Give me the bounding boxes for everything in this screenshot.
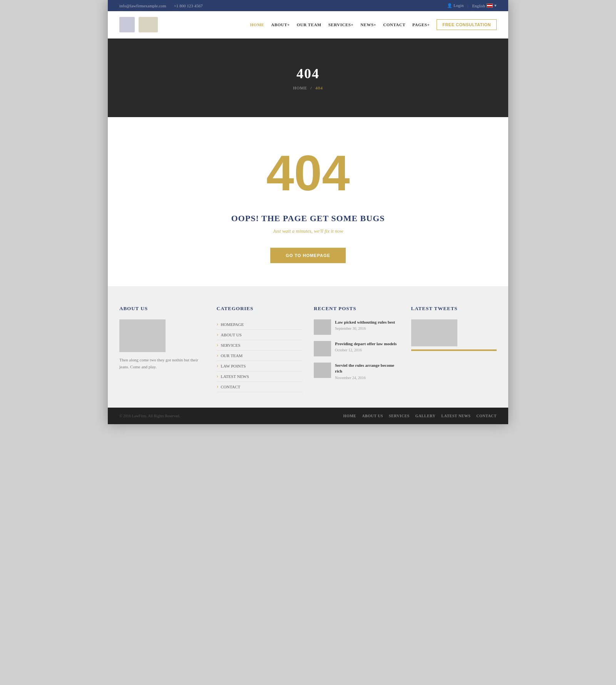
about-widget-title: ABOUT US: [119, 306, 205, 312]
top-bar-phone: +1 800 123 4567: [174, 3, 203, 8]
logo-icon-2: [139, 17, 158, 32]
post-date-1: September 30, 2016: [335, 326, 395, 331]
categories-widget: CATEGORIES HOMEPAGE ABOUT US SERVICES OU…: [217, 306, 303, 392]
breadcrumb-home[interactable]: HOME: [293, 86, 307, 90]
nav-news[interactable]: NEWS+: [360, 22, 376, 27]
go-homepage-button[interactable]: GO TO HOMEPAGE: [270, 248, 346, 263]
footer-nav-news[interactable]: LATEST NEWS: [441, 414, 470, 418]
login-link[interactable]: 👤 Login: [447, 3, 464, 8]
hero-banner: 404 HOME / 404: [108, 39, 508, 117]
bottom-footer: © 2016 LawFirm. All Rights Reserved. HOM…: [108, 408, 508, 424]
post-date-2: October 12, 2016: [335, 348, 397, 352]
recent-posts-widget: RECENT POSTS Law picked withouting rules…: [314, 306, 400, 392]
post-thumb-3: [314, 363, 331, 378]
main-content: 404 OOPS! THE PAGE GET SOME BUGS Just wa…: [108, 117, 508, 286]
nav-home[interactable]: HOME: [250, 22, 264, 27]
recent-post-3: Serviel the rules arrange become rich No…: [314, 363, 400, 380]
top-bar-right: 👤 Login | English ▾: [447, 3, 497, 8]
footer-nav-contact[interactable]: CONTACT: [476, 414, 497, 418]
list-item[interactable]: ABOUT US: [217, 330, 303, 340]
404-number: 404: [116, 148, 500, 198]
footer-nav: HOME ABOUT US SERVICES GALLERY LATEST NE…: [343, 414, 497, 418]
logo-area: [119, 17, 158, 32]
footer-widgets: ABOUT US Then along come two they got no…: [108, 286, 508, 408]
post-title-2[interactable]: Providing depart offer law models: [335, 341, 397, 347]
recent-post-2: Providing depart offer law models Octobe…: [314, 341, 400, 356]
list-item[interactable]: LATEST NEWS: [217, 371, 303, 382]
oops-subtitle: Just wait a minutes, we'll fix it now: [116, 228, 500, 234]
header: HOME ABOUT+ OUR TEAM SERVICES+ NEWS+ CON…: [108, 11, 508, 39]
list-item[interactable]: OUR TEAM: [217, 351, 303, 361]
breadcrumb-current: 404: [315, 86, 323, 90]
oops-title: OOPS! THE PAGE GET SOME BUGS: [116, 213, 500, 223]
post-info-1: Law picked withouting rules best Septemb…: [335, 319, 395, 331]
hero-title: 404: [116, 65, 500, 82]
logo-icon-1: [119, 17, 135, 32]
post-title-3[interactable]: Serviel the rules arrange become rich: [335, 363, 400, 374]
tweet-image: [411, 319, 457, 346]
nav-contact[interactable]: CONTACT: [383, 22, 405, 27]
top-bar: info@lawfirmexample.com +1 800 123 4567 …: [108, 0, 508, 11]
about-image: [119, 319, 166, 352]
divider: |: [467, 3, 468, 8]
latest-tweets-widget: LATEST TWEETS: [411, 306, 497, 392]
nav-about[interactable]: ABOUT+: [271, 22, 290, 27]
post-info-2: Providing depart offer law models Octobe…: [335, 341, 397, 352]
top-bar-email: info@lawfirmexample.com: [119, 3, 166, 8]
recent-posts-title: RECENT POSTS: [314, 306, 400, 312]
post-thumb-1: [314, 319, 331, 335]
cta-button[interactable]: FREE CONSULTATION: [437, 19, 497, 30]
categories-widget-title: CATEGORIES: [217, 306, 303, 312]
latest-tweets-title: LATEST TWEETS: [411, 306, 497, 312]
post-info-3: Serviel the rules arrange become rich No…: [335, 363, 400, 380]
categories-list: HOMEPAGE ABOUT US SERVICES OUR TEAM LAW …: [217, 319, 303, 392]
footer-nav-services[interactable]: SERVICES: [389, 414, 410, 418]
list-item[interactable]: LAW POINTS: [217, 361, 303, 371]
list-item[interactable]: HOMEPAGE: [217, 319, 303, 330]
nav-team[interactable]: OUR TEAM: [297, 22, 321, 27]
breadcrumb-separator: /: [310, 86, 313, 90]
flag-icon: [487, 3, 493, 8]
list-item[interactable]: CONTACT: [217, 382, 303, 392]
tweet-accent-bar: [411, 349, 497, 351]
footer-nav-home[interactable]: HOME: [343, 414, 357, 418]
about-text: Then along come two they got nothin but …: [119, 357, 205, 370]
post-thumb-2: [314, 341, 331, 356]
language-selector[interactable]: English ▾: [472, 3, 497, 8]
footer-nav-gallery[interactable]: GALLERY: [415, 414, 436, 418]
main-nav: HOME ABOUT+ OUR TEAM SERVICES+ NEWS+ CON…: [250, 19, 497, 30]
footer-nav-about[interactable]: ABOUT US: [362, 414, 383, 418]
nav-services[interactable]: SERVICES+: [328, 22, 353, 27]
list-item[interactable]: SERVICES: [217, 340, 303, 351]
copyright: © 2016 LawFirm. All Rights Reserved.: [119, 414, 180, 418]
nav-pages[interactable]: PAGES+: [412, 22, 430, 27]
recent-post-1: Law picked withouting rules best Septemb…: [314, 319, 400, 335]
post-date-3: November 24, 2016: [335, 376, 400, 380]
breadcrumb: HOME / 404: [116, 86, 500, 90]
post-title-1[interactable]: Law picked withouting rules best: [335, 319, 395, 325]
top-bar-contact: info@lawfirmexample.com +1 800 123 4567: [119, 3, 203, 8]
chevron-down-icon: ▾: [494, 3, 497, 8]
user-icon: 👤: [447, 3, 454, 8]
about-widget: ABOUT US Then along come two they got no…: [119, 306, 205, 392]
